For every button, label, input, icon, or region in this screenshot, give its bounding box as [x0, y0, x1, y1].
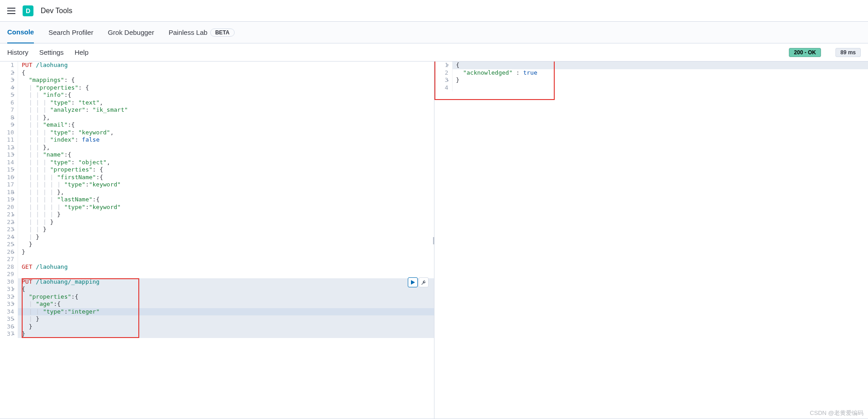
code-line[interactable]: "properties":{ [22, 293, 434, 301]
code-line[interactable]: | | | "properties": { [22, 166, 434, 174]
code-line[interactable]: | | }, [22, 114, 434, 122]
tab-label: Search Profiler [48, 29, 93, 36]
settings-link[interactable]: Settings [39, 48, 64, 56]
tab-console[interactable]: Console [7, 22, 34, 43]
tab-painless-lab[interactable]: Painless LabBETA [169, 22, 235, 43]
code-line[interactable]: | | | "type": "text", [22, 99, 434, 107]
sub-toolbar: History Settings Help 200 - OK 89 ms [0, 43, 868, 62]
code-line[interactable]: | "properties": { [22, 84, 434, 92]
code-line[interactable]: | | | "analyzer": "ik_smart" [22, 106, 434, 114]
code-line[interactable]: | | | "type": "keyword", [22, 129, 434, 137]
code-line[interactable]: | } [22, 315, 434, 323]
code-line[interactable]: PUT /laohuang [22, 62, 434, 69]
code-line[interactable]: } [22, 248, 434, 256]
code-line[interactable] [22, 271, 434, 278]
menu-icon[interactable] [7, 8, 15, 14]
top-bar: D Dev Tools [0, 0, 868, 22]
code-line[interactable] [456, 84, 868, 92]
split-panes: 12▾3▾4▾5▾678▴9▾101112▴13▾1415▾16▾1718▴19… [0, 62, 868, 419]
code-line[interactable]: | "age":{ [22, 300, 434, 308]
timing-badge: 89 ms [835, 48, 861, 57]
tab-label: Console [7, 28, 34, 36]
code-line[interactable]: | | | "index": false [22, 136, 434, 144]
request-options-button[interactable] [419, 277, 429, 287]
code-line[interactable]: | | | | }, [22, 189, 434, 196]
tab-label: Painless Lab [169, 29, 208, 36]
code-line[interactable]: } [22, 323, 434, 331]
code-line[interactable]: | | | "type": "object", [22, 159, 434, 167]
beta-badge: BETA [210, 29, 235, 37]
code-line[interactable]: { [456, 62, 868, 69]
code-line[interactable]: | | | | "lastName":{ [22, 196, 434, 204]
run-request-button[interactable] [408, 277, 418, 287]
history-link[interactable]: History [7, 48, 28, 56]
tab-bar: ConsoleSearch ProfilerGrok DebuggerPainl… [0, 22, 868, 43]
code-line[interactable]: | | } [22, 226, 434, 233]
page-title: Dev Tools [41, 7, 72, 15]
code-line[interactable]: "mappings": { [22, 76, 434, 84]
code-line[interactable]: } [22, 241, 434, 248]
watermark: CSDN @老黄爱编码 [810, 409, 863, 417]
tab-label: Grok Debugger [108, 29, 154, 36]
code-line[interactable]: { [22, 286, 434, 293]
code-line[interactable]: "acknowledged" : true [456, 69, 868, 77]
tab-search-profiler[interactable]: Search Profiler [48, 22, 93, 43]
code-line[interactable]: | | "email":{ [22, 121, 434, 129]
help-link[interactable]: Help [75, 48, 89, 56]
code-line[interactable]: | | | | } [22, 211, 434, 219]
code-line[interactable]: } [22, 330, 434, 338]
code-line[interactable]: { [22, 69, 434, 77]
request-editor[interactable]: 12▾3▾4▾5▾678▴9▾101112▴13▾1415▾16▾1718▴19… [0, 62, 434, 338]
status-badge: 200 - OK [789, 48, 821, 57]
code-line[interactable]: | | "name":{ [22, 151, 434, 159]
code-line[interactable]: | | "type":"integer" [22, 308, 434, 316]
code-line[interactable]: | | "info":{ [22, 91, 434, 99]
tab-grok-debugger[interactable]: Grok Debugger [108, 22, 154, 43]
code-line[interactable]: | | | | "firstName":{ [22, 174, 434, 181]
code-line[interactable]: | | }, [22, 144, 434, 152]
app-icon[interactable]: D [23, 5, 33, 16]
code-line[interactable] [22, 256, 434, 263]
code-line[interactable]: | } [22, 233, 434, 241]
response-pane: 1▾23▴4 { "acknowledged" : true} [434, 62, 868, 419]
code-line[interactable]: | | | } [22, 219, 434, 226]
code-line[interactable]: } [456, 76, 868, 84]
code-line[interactable]: PUT /laohuang/_mapping [22, 278, 434, 286]
code-line[interactable]: | | | | | "type":"keyword" [22, 181, 434, 189]
code-line[interactable]: | | | | | "type":"keyword" [22, 204, 434, 211]
code-line[interactable]: GET /laohuang [22, 263, 434, 271]
response-editor: 1▾23▴4 { "acknowledged" : true} [434, 62, 868, 91]
request-pane[interactable]: 12▾3▾4▾5▾678▴9▾101112▴13▾1415▾16▾1718▴19… [0, 62, 434, 419]
